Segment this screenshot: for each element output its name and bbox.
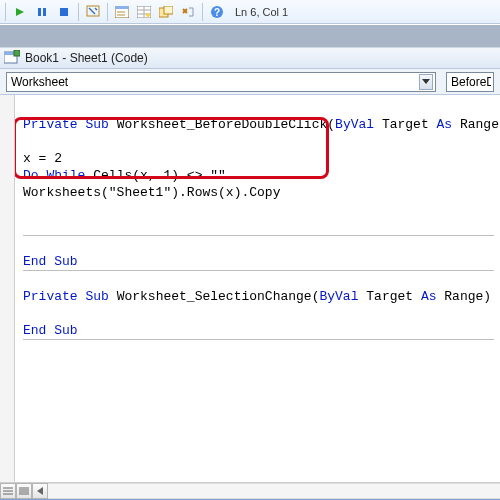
properties-icon[interactable] [134,2,154,22]
code-text: Range) [437,289,492,304]
view-full-module-icon[interactable] [16,483,32,499]
code-keyword: End Sub [23,254,78,269]
code-text: Worksheet_SelectionChange( [109,289,320,304]
svg-text:?: ? [214,7,220,18]
svg-marker-21 [422,79,430,84]
svg-rect-2 [43,8,46,16]
toolbar-sep [202,3,203,21]
toolbox-icon[interactable] [178,2,198,22]
object-browser-icon[interactable] [156,2,176,22]
continue-icon[interactable] [10,2,30,22]
code-text: x = 2 [23,151,62,166]
code-text: Worksheet_BeforeDoubleClick( [109,117,335,132]
code-editor[interactable]: Private Sub Worksheet_BeforeDoubleClick(… [15,95,500,482]
view-procedure-icon[interactable] [0,483,16,499]
stop-icon[interactable] [54,2,74,22]
procedure-separator [23,339,494,340]
mdi-background [0,24,500,47]
code-dropdown-row: Worksheet BeforeDo [0,69,500,95]
procedure-separator [23,235,494,236]
code-keyword: Private Sub [23,289,109,304]
svg-rect-15 [164,6,173,14]
toolbar-sep [107,3,108,21]
design-mode-icon[interactable] [83,2,103,22]
svg-point-13 [146,13,150,17]
code-keyword: As [437,117,453,132]
chevron-down-icon[interactable] [419,74,433,90]
code-keyword: End Sub [23,323,78,338]
code-text: Cells(x, 1) <> "" [85,168,225,183]
scroll-left-icon[interactable] [32,483,48,499]
svg-rect-3 [60,8,68,16]
object-dropdown-value: Worksheet [11,75,68,89]
code-keyword: As [421,289,437,304]
code-text: Worksheets("Sheet1").Rows(x).Copy [23,185,280,200]
svg-rect-20 [14,50,20,56]
code-text: Range, [452,117,500,132]
object-dropdown[interactable]: Worksheet [6,72,436,92]
code-keyword: ByVal [335,117,374,132]
code-text: Target [358,289,420,304]
svg-rect-1 [38,8,41,16]
code-keyword: ByVal [319,289,358,304]
pause-icon[interactable] [32,2,52,22]
code-keyword: Do While [23,168,85,183]
code-keyword: Private Sub [23,117,109,132]
code-window-titlebar[interactable]: Book1 - Sheet1 (Code) [0,47,500,69]
toolbar: ? Ln 6, Col 1 [0,0,500,24]
svg-rect-6 [115,6,129,9]
code-window-icon [4,50,20,67]
toolbar-sep [5,3,6,21]
cursor-position: Ln 6, Col 1 [235,6,288,18]
code-text: Target [374,117,436,132]
svg-marker-0 [16,8,24,16]
svg-rect-4 [87,6,99,16]
horizontal-scrollbar[interactable] [0,482,500,499]
help-icon[interactable]: ? [207,2,227,22]
code-window-title: Book1 - Sheet1 (Code) [25,51,148,65]
procedure-dropdown[interactable]: BeforeDo [446,72,494,92]
scroll-track[interactable] [48,483,500,499]
procedure-separator [23,270,494,271]
toolbar-sep [78,3,79,21]
procedure-dropdown-value: BeforeDo [451,75,491,89]
code-area: Private Sub Worksheet_BeforeDoubleClick(… [0,95,500,482]
svg-marker-29 [37,487,43,495]
project-explorer-icon[interactable] [112,2,132,22]
margin-indicator-bar[interactable] [0,95,15,482]
